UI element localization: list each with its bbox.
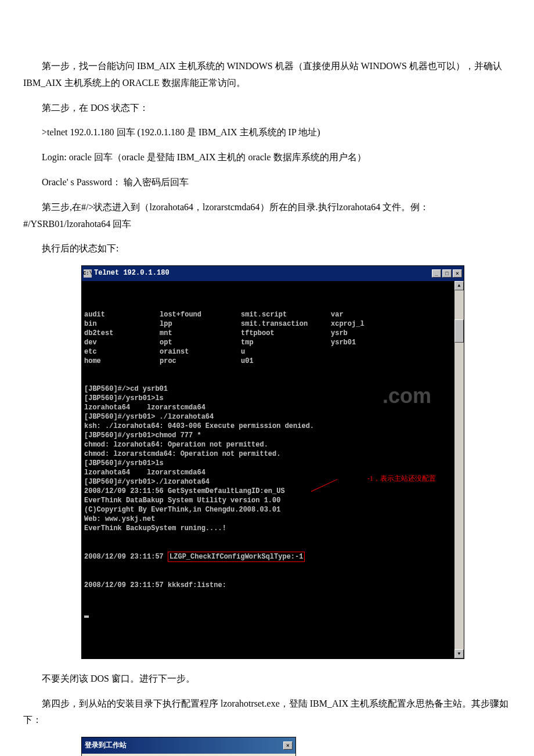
ls-cell: orainst — [160, 347, 241, 357]
term-line: 2008/12/09 23:11:56 GetSystemDefaultLang… — [84, 487, 452, 496]
ls-cell: home — [84, 357, 160, 366]
maximize-button[interactable]: □ — [442, 269, 452, 278]
paragraph-exec-result: 执行后的状态如下: — [23, 240, 511, 257]
term-line: EverThink BackupSystem runing....! — [84, 524, 452, 533]
telnet-terminal-output[interactable]: .com auditlost+foundsmit.scriptvarbinlpp… — [82, 281, 454, 658]
terminal-icon: C:\ — [84, 269, 92, 278]
ls-row: auditlost+foundsmit.scriptvar — [84, 310, 452, 319]
paragraph-step3: 第三步,在#/>状态进入到（lzorahota64，lzorarstcmda64… — [23, 199, 511, 233]
paragraph-step4: 第四步，到从站的安装目录下执行配置程序 lzorahotrset.exe，登陆 … — [23, 696, 511, 729]
term-line-redbox-prefix: 2008/12/09 23:11:57 — [84, 553, 168, 561]
term-line: [JBP560]#/ysrb01> ./lzorahota64 — [84, 412, 452, 422]
term-line: chmod: lzorarstcmda64: Operation not per… — [84, 449, 452, 459]
ls-cell: audit — [84, 310, 160, 319]
term-line: [JBP560]#/ysrb01>ls — [84, 394, 452, 403]
login-title: 登录到工作站 — [85, 739, 282, 752]
login-dialog: 登录到工作站 × 热备工作机IP 端口 用户名 密码 不输入上面选项时，表示登录… — [81, 737, 296, 756]
telnet-window: C:\ Telnet 192.0.1.180 _ □ × .com auditl… — [81, 265, 464, 659]
scroll-down-button[interactable]: ▼ — [454, 649, 464, 658]
ls-cell: tmp — [241, 338, 331, 347]
ls-cell: etc — [84, 347, 160, 357]
paragraph-telnet-cmd: >telnet 192.0.1.180 回车 (192.0.1.180 是 IB… — [23, 124, 511, 141]
ls-row: devopttmpysrb01 — [84, 338, 452, 347]
scroll-track[interactable] — [454, 290, 464, 649]
ls-cell: dev — [84, 338, 160, 347]
scroll-up-button[interactable]: ▲ — [454, 281, 464, 290]
dialog-close-button[interactable]: × — [283, 741, 293, 750]
ls-row: db2testmnttftpbootysrb — [84, 329, 452, 338]
ls-cell: ysrb01 — [331, 338, 452, 347]
paragraph-step2: 第二步，在 DOS 状态下： — [23, 100, 511, 117]
annotation-config: -1，表示主站还没配置 — [367, 474, 449, 483]
paragraph-keep-open: 不要关闭该 DOS 窗口。进行下一步。 — [23, 671, 511, 687]
term-line: [JBP560]#/>cd ysrb01 — [84, 384, 452, 394]
ls-row: binlppsmit.transactionxcproj_l — [84, 319, 452, 329]
minimize-button[interactable]: _ — [432, 269, 441, 278]
term-line: EverThink DataBakup System Utility versi… — [84, 496, 452, 505]
term-line: [JBP560]#/ysrb01>ls — [84, 459, 452, 468]
scroll-thumb[interactable] — [454, 319, 464, 343]
login-titlebar[interactable]: 登录到工作站 × — [82, 737, 295, 754]
ls-cell: xcproj_l — [331, 319, 452, 329]
close-button[interactable]: × — [453, 269, 462, 278]
term-line: chmod: lzorahota64: Operation not permit… — [84, 440, 452, 449]
paragraph-step1: 第一步，找一台能访问 IBM_AIX 主机系统的 WINDOWS 机器（直接使用… — [23, 58, 511, 92]
telnet-title: Telnet 192.0.1.180 — [94, 267, 431, 280]
ls-cell — [331, 357, 452, 366]
ls-row: etcorainstu — [84, 347, 452, 357]
term-line: (C)Copyright By EverThink,in Chengdu.200… — [84, 505, 452, 514]
ls-cell: var — [331, 310, 452, 319]
ls-cell: u01 — [241, 357, 331, 366]
ls-cell: db2test — [84, 329, 160, 338]
ls-cell: ysrb — [331, 329, 452, 338]
ls-row: homeprocu01 — [84, 357, 452, 366]
paragraph-login: Login: oracle 回车（oracle 是登陆 IBM_AIX 主机的 … — [23, 149, 511, 166]
ls-cell: bin — [84, 319, 160, 329]
highlighted-config-check: LZGP_CheckIfConfigWorkSqlType:-1 — [168, 552, 305, 562]
term-line: [JBP560]#/ysrb01>chmod 777 * — [84, 431, 452, 440]
term-line: lzorahota64 lzorarstcmda64 — [84, 403, 452, 412]
ls-cell: proc — [160, 357, 241, 366]
paragraph-password: Oracle' s Password： 输入密码后回车 — [23, 174, 511, 191]
ls-cell — [331, 347, 452, 357]
ls-cell: smit.script — [241, 310, 331, 319]
term-line: Web: www.yskj.net — [84, 514, 452, 524]
term-line-last: 2008/12/09 23:11:57 kkksdf:listne: — [84, 581, 452, 590]
telnet-titlebar[interactable]: C:\ Telnet 192.0.1.180 _ □ × — [82, 266, 464, 281]
ls-cell: mnt — [160, 329, 241, 338]
ls-cell: u — [241, 347, 331, 357]
ls-cell: lost+found — [160, 310, 241, 319]
ls-cell: tftpboot — [241, 329, 331, 338]
ls-cell: opt — [160, 338, 241, 347]
terminal-cursor — [84, 615, 89, 618]
ls-cell: lpp — [160, 319, 241, 329]
scrollbar[interactable]: ▲ ▼ — [454, 281, 464, 658]
ls-cell: smit.transaction — [241, 319, 331, 329]
term-line: ksh: ./lzorahota64: 0403-006 Execute per… — [84, 422, 452, 431]
